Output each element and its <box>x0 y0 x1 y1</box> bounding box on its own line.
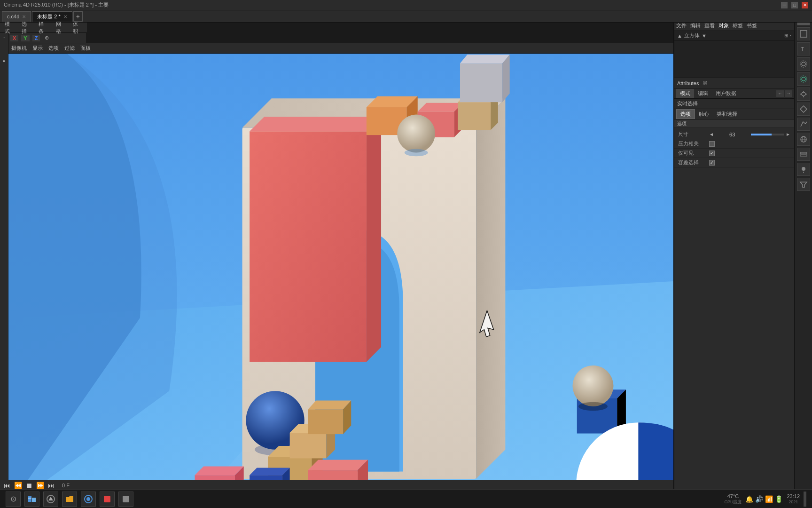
tb-explorer[interactable] <box>24 492 39 507</box>
attributes-header: Attributes 层 <box>674 78 794 88</box>
nav-back[interactable]: ← <box>776 90 784 97</box>
attr-tab-edit[interactable]: 编辑 <box>694 89 712 98</box>
stop-button[interactable]: ⏹ <box>26 482 32 489</box>
viewport-3d[interactable] <box>8 54 673 480</box>
icon-gear2[interactable] <box>797 87 810 101</box>
icon-scene[interactable] <box>797 27 810 40</box>
tray-icon4[interactable]: 🔋 <box>775 495 783 503</box>
icon-globe[interactable] <box>797 133 810 146</box>
ph-object[interactable]: 对象 <box>718 22 729 29</box>
svg-point-48 <box>578 402 608 411</box>
right-panel: Track Script Nodes Octane（用户） + T <box>673 0 812 508</box>
icon-diamond[interactable] <box>797 103 810 116</box>
cpu-temp-value: 47°C <box>724 493 742 500</box>
tray-icon1[interactable]: 🔔 <box>745 495 753 503</box>
cpu-temp: 47°C CPU温度 <box>724 493 742 505</box>
prop-size-control[interactable]: ◄ 63 ► <box>709 132 790 137</box>
tb-extra2[interactable] <box>118 492 133 507</box>
icon-filter[interactable] <box>797 178 810 191</box>
minimize-button[interactable]: ─ <box>781 2 788 8</box>
ph-bookmark[interactable]: 书签 <box>747 22 757 29</box>
tb-extra1[interactable] <box>100 492 115 507</box>
vp-menu-panel[interactable]: 面板 <box>80 45 91 52</box>
prop-tolerance-checkbox[interactable] <box>709 160 715 166</box>
ph-tag[interactable]: 标签 <box>733 22 743 29</box>
menu-mode[interactable]: 模式 <box>2 20 17 36</box>
prop-size-row: 尺寸 ◄ 63 ► <box>674 130 794 139</box>
svg-rect-35 <box>195 475 235 480</box>
vp-menu-display[interactable]: 显示 <box>32 45 43 52</box>
tab-untitled-close[interactable]: ✕ <box>63 14 67 19</box>
prop-visible-checkbox[interactable] <box>709 151 715 156</box>
cpu-temp-label: CPU温度 <box>724 500 742 505</box>
axis-y-button[interactable]: Y <box>21 35 29 41</box>
ph-view[interactable]: 查看 <box>704 22 715 29</box>
prop-size-value[interactable]: 63 <box>716 132 749 137</box>
icon-layers[interactable] <box>797 148 810 161</box>
icon-light[interactable] <box>797 163 810 176</box>
path-dot-icon: · <box>790 33 791 38</box>
play-next[interactable]: ⏩ <box>36 482 44 489</box>
taskbar: ⊙ 47°C CPU温度 🔔 🔊 📶 🔋 23:12 2021 <box>0 489 812 508</box>
menu-spline[interactable]: 样条 <box>36 20 51 36</box>
icon-gear1[interactable] <box>797 57 810 71</box>
prop-size-label: 尺寸 <box>678 131 706 138</box>
attr-layer: 层 <box>703 80 707 87</box>
icon-brush[interactable] <box>797 72 810 86</box>
svg-marker-39 <box>308 460 368 470</box>
prop-tolerance-label: 容差选择 <box>678 159 706 166</box>
svg-marker-77 <box>48 497 53 500</box>
prop-pressure-checkbox[interactable] <box>709 141 715 147</box>
svg-rect-16 <box>458 102 491 130</box>
svg-rect-54 <box>800 31 807 37</box>
tb-cinema4d[interactable] <box>43 492 58 507</box>
attr-tab-mode[interactable]: 模式 <box>676 89 694 98</box>
vp-menu-filter[interactable]: 过滤 <box>64 45 75 52</box>
axis-z-button[interactable]: Z <box>32 35 40 41</box>
attr-title: Attributes <box>677 80 699 86</box>
attr-sub-core[interactable]: 触心 <box>695 110 713 119</box>
tb-browser[interactable] <box>81 492 96 507</box>
tray-icon3[interactable]: 📶 <box>765 495 773 503</box>
menu-select[interactable]: 选择 <box>19 20 34 36</box>
size-arrow-left[interactable]: ◄ <box>709 132 714 137</box>
maximize-button[interactable]: □ <box>791 2 798 8</box>
size-arrow-right[interactable]: ► <box>786 132 790 137</box>
close-button[interactable]: ✕ <box>802 2 808 8</box>
tb-start[interactable]: ⊙ <box>6 492 21 507</box>
icon-pen[interactable]: T <box>797 42 810 56</box>
tray-icon2[interactable]: 🔊 <box>755 495 763 503</box>
axis-x-button[interactable]: X <box>10 35 18 41</box>
play-button[interactable]: ⏮ <box>4 482 10 489</box>
attr-sub-class[interactable]: 类和选择 <box>713 110 741 119</box>
menu-mesh[interactable]: 网格 <box>53 20 68 36</box>
play-end[interactable]: ⏭ <box>48 482 55 489</box>
svg-rect-32 <box>308 409 344 434</box>
vp-menu-options[interactable]: 选项 <box>48 45 59 52</box>
path-triangle-down[interactable]: ▼ <box>702 33 707 39</box>
ph-edit[interactable]: 编辑 <box>690 22 701 29</box>
icon-bend[interactable] <box>797 118 810 131</box>
tb-folder[interactable] <box>62 492 77 507</box>
tool-arrow[interactable]: ↑ <box>0 35 8 42</box>
attr-tab-userdata[interactable]: 用户数据 <box>712 89 740 98</box>
attr-sub-options[interactable]: 选项 <box>676 109 695 119</box>
path-triangle-up[interactable]: ▲ <box>677 33 682 39</box>
svg-rect-19 <box>460 64 502 102</box>
svg-text:T: T <box>801 46 804 53</box>
taskbar-right: 47°C CPU温度 🔔 🔊 📶 🔋 23:12 2021 <box>724 492 806 507</box>
svg-point-23 <box>405 149 428 157</box>
show-desktop[interactable] <box>804 492 806 507</box>
play-prev[interactable]: ⏪ <box>14 482 22 489</box>
prop-size-slider[interactable] <box>751 134 784 135</box>
ph-file[interactable]: 文件 <box>676 22 687 29</box>
menu-volume[interactable]: 体积 <box>70 20 85 36</box>
tab-c4d-close[interactable]: ✕ <box>22 14 26 19</box>
vp-menu-camera[interactable]: 摄像机 <box>11 45 27 52</box>
svg-point-58 <box>802 77 805 81</box>
selection-header: 实时选择 <box>674 99 794 109</box>
nav-forward[interactable]: → <box>785 90 792 97</box>
svg-point-22 <box>397 115 435 153</box>
viewport-toolbar: 摄像机 显示 选项 过滤 面板 <box>8 43 673 54</box>
tool-dot[interactable]: • <box>0 57 8 65</box>
